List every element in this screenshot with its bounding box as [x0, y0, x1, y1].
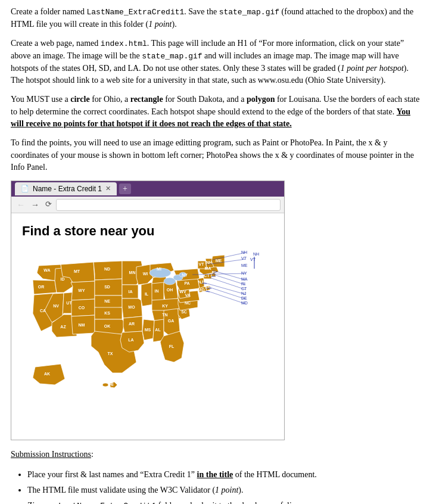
label-ny: NY — [182, 273, 188, 277]
label-ms: MS — [145, 328, 151, 332]
submission-section: Submission Instructions: Place your firs… — [11, 449, 422, 504]
paragraph-2: Create a web page, named index.html. Thi… — [11, 38, 422, 86]
label-md: MD — [198, 288, 205, 292]
label-ct-ext: CT — [241, 287, 247, 291]
browser-mock: 📄 Name - Extra Credit 1 ✕ + ← → ⟳ Find a… — [11, 181, 285, 440]
arrow-ny — [192, 273, 245, 275]
label-tx: TX — [108, 351, 113, 356]
label-ri-ext: RI — [241, 282, 245, 286]
browser-content: Find a store near you .state { fill: #c8… — [11, 213, 284, 440]
label-wi: WI — [143, 272, 148, 276]
browser-nav-bar: ← → ⟳ — [11, 197, 284, 213]
label-me-ext: ME — [241, 263, 248, 267]
label-il: IL — [145, 292, 149, 296]
page-heading: Find a store near you — [22, 222, 273, 241]
label-nh-line: NH — [253, 252, 259, 256]
submission-title-text: Submission Instructions — [11, 450, 91, 459]
label-ny-ext: NY — [241, 271, 247, 275]
label-me: ME — [216, 259, 222, 263]
label-ga: GA — [168, 319, 175, 323]
label-ma: MA — [205, 266, 211, 270]
label-va: VA — [185, 293, 190, 297]
label-az: AZ — [60, 325, 66, 329]
label-ak: AK — [44, 372, 50, 376]
rect-label: rectangle — [130, 95, 163, 104]
submission-item-3: Zip your LastName_ExtraCredit1 folder an… — [27, 499, 422, 505]
label-sd: SD — [104, 285, 110, 289]
browser-tab-bar: 📄 Name - Extra Credit 1 ✕ + — [11, 181, 284, 197]
label-sc: SC — [181, 310, 187, 314]
label-vt: VT — [199, 262, 205, 266]
paragraph-3: You MUST use a circle for Ohio, a rectan… — [11, 94, 422, 130]
point-label-1: 1 point — [148, 20, 172, 29]
new-tab-button[interactable]: + — [119, 183, 131, 194]
label-nh-ext: NH — [241, 250, 247, 254]
circle-label: circle — [70, 95, 89, 104]
code-folder: LastName_ExtraCredit1 — [87, 8, 185, 17]
label-or: OR — [38, 285, 45, 289]
label-oh: OH — [167, 288, 173, 292]
label-al: AL — [155, 328, 161, 332]
label-ia: IA — [129, 290, 133, 294]
polygon-label: polygon — [247, 95, 275, 104]
label-tn: TN — [162, 313, 167, 317]
label-vt-line: VT — [250, 257, 256, 262]
paragraph-1: Create a folder named LastName_ExtraCred… — [11, 6, 422, 30]
submission-item-2: The HTML file must validate using the W3… — [27, 484, 422, 496]
back-button[interactable]: ← — [15, 199, 27, 211]
label-nm: NM — [79, 323, 85, 327]
state-or — [33, 280, 57, 294]
label-la: LA — [128, 338, 133, 342]
label-ct: CT — [204, 273, 210, 278]
code-index: index.html — [101, 39, 147, 48]
code-folder-2: LastName_ExtraCredit1 — [58, 502, 156, 505]
label-ar: AR — [129, 322, 135, 326]
label-ne: NE — [104, 299, 110, 303]
paragraph-4: To find the points, you will need to use… — [11, 137, 422, 173]
label-wy: WY — [78, 288, 85, 293]
label-de-ext: DE — [241, 296, 247, 300]
label-ks: KS — [104, 311, 110, 315]
code-gif: state_map.gif — [219, 8, 279, 17]
submission-title: Submission Instructions: — [11, 449, 422, 461]
submission-item-1: Place your first & last names and “Extra… — [27, 468, 422, 481]
title-emphasis: in the title — [197, 470, 233, 479]
label-id: ID — [61, 277, 65, 281]
reload-button[interactable]: ⟳ — [43, 199, 54, 210]
label-co: CO — [79, 306, 85, 310]
state-hi-2 — [102, 383, 108, 387]
point-validate: 1 point — [215, 486, 238, 494]
label-nv: NV — [53, 304, 59, 308]
label-md-ext: MD — [241, 301, 248, 305]
dropbox-link[interactable]: dropbox — [240, 501, 268, 505]
label-ky: KY — [162, 304, 168, 308]
us-map-container: .state { fill: #c8860a; stroke: #fff; st… — [22, 248, 272, 403]
arrow-ma — [213, 270, 245, 280]
label-nd: ND — [104, 267, 110, 271]
arrow-ct — [210, 278, 245, 290]
label-nc: NC — [185, 301, 191, 305]
code-gif2: state_map.gif — [142, 52, 202, 61]
point-per-hotspot: 1 point per hotspot — [341, 64, 404, 73]
warning-text: You will receive no points for that hots… — [11, 107, 410, 128]
label-pa: PA — [184, 281, 189, 285]
label-hi: HI — [110, 382, 114, 387]
label-mi: MI — [157, 267, 161, 271]
label-ca: CA — [40, 309, 46, 313]
forward-button[interactable]: → — [29, 199, 41, 211]
us-map-svg: .state { fill: #c8860a; stroke: #fff; st… — [22, 248, 272, 403]
label-mo: MO — [128, 305, 135, 309]
label-in: IN — [155, 289, 159, 293]
label-mt: MT — [74, 269, 80, 273]
tab-close-icon[interactable]: ✕ — [105, 184, 111, 194]
submission-list: Place your first & last names and “Extra… — [27, 468, 422, 505]
label-wa: WA — [43, 268, 50, 272]
arrow-de — [209, 287, 245, 299]
label-fl: FL — [169, 344, 175, 349]
label-mn: MN — [129, 270, 136, 275]
label-wv: WV — [179, 290, 186, 294]
address-bar[interactable] — [56, 199, 281, 211]
browser-tab[interactable]: 📄 Name - Extra Credit 1 ✕ — [15, 182, 117, 195]
label-ok: OK — [104, 324, 111, 328]
tab-doc-icon: 📄 — [21, 184, 29, 194]
